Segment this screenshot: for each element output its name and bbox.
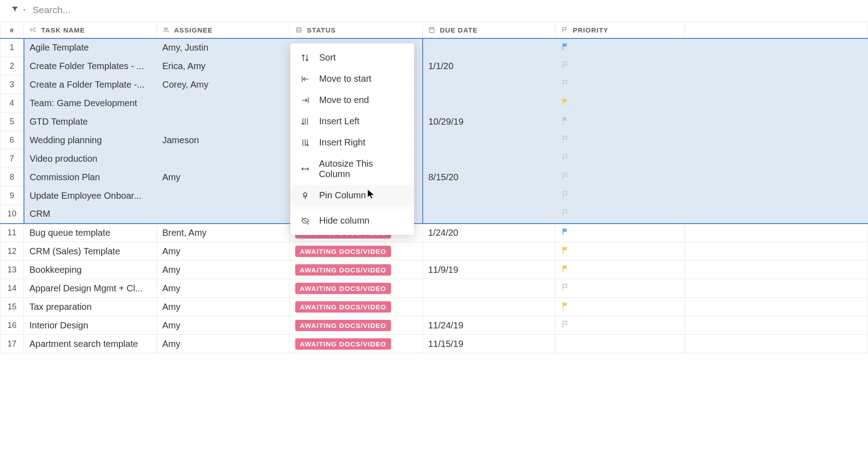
priority-cell[interactable] <box>556 112 685 131</box>
table-row[interactable]: 6Wedding planningJameson <box>0 131 868 150</box>
priority-cell[interactable] <box>556 242 685 261</box>
context-menu-item-move-end[interactable]: Move to end <box>290 89 414 111</box>
table-row[interactable]: 16Interior DesignAmyAWAITING DOCS/VIDEO1… <box>0 316 868 335</box>
context-menu-item-insert-left[interactable]: Insert Left <box>290 111 414 132</box>
assignee-cell[interactable]: Amy <box>157 316 290 335</box>
table-row[interactable]: 15Tax preparationAmyAWAITING DOCS/VIDEO <box>0 298 868 316</box>
assignee-cell[interactable]: Corey, Amy <box>157 75 290 94</box>
column-header-priority[interactable]: PRIORITY <box>556 22 685 38</box>
row-number[interactable]: 2 <box>0 57 24 75</box>
context-menu-item-hide[interactable]: Hide column <box>290 210 414 231</box>
assignee-cell[interactable] <box>157 150 290 168</box>
assignee-cell[interactable]: Amy <box>157 261 290 279</box>
task-name-cell[interactable]: GTD Template <box>24 112 157 131</box>
assignee-cell[interactable]: Amy <box>157 279 290 298</box>
task-name-cell[interactable]: Tax preparation <box>24 298 157 316</box>
assignee-cell[interactable]: Amy, Justin <box>157 38 290 57</box>
row-number[interactable]: 11 <box>0 224 24 242</box>
priority-cell[interactable] <box>556 261 685 279</box>
due-date-cell[interactable]: 1/24/20 <box>423 224 556 242</box>
assignee-cell[interactable]: Jameson <box>157 131 290 150</box>
priority-cell[interactable] <box>556 205 685 224</box>
assignee-cell[interactable] <box>157 205 290 224</box>
assignee-cell[interactable]: Amy <box>157 298 290 316</box>
priority-cell[interactable] <box>556 38 685 57</box>
priority-cell[interactable] <box>556 94 685 112</box>
row-number[interactable]: 8 <box>0 168 24 187</box>
due-date-cell[interactable] <box>423 131 556 150</box>
table-row[interactable]: 12CRM (Sales) TemplateAmyAWAITING DOCS/V… <box>0 242 868 261</box>
row-number[interactable]: 14 <box>0 279 24 298</box>
column-header-status[interactable]: STATUS <box>290 22 423 38</box>
row-number[interactable]: 13 <box>0 261 24 279</box>
assignee-cell[interactable] <box>157 94 290 112</box>
context-menu-item-pin[interactable]: Pin Column <box>290 185 414 206</box>
priority-cell[interactable] <box>556 279 685 298</box>
row-number[interactable]: 9 <box>0 187 24 205</box>
row-number[interactable]: 7 <box>0 150 24 168</box>
table-row[interactable]: 1Agile TemplateAmy, Justin <box>0 38 868 57</box>
status-cell[interactable]: AWAITING DOCS/VIDEO <box>290 298 423 316</box>
due-date-cell[interactable]: 11/24/19 <box>423 316 556 335</box>
table-row[interactable]: 13BookkeepingAmyAWAITING DOCS/VIDEO11/9/… <box>0 261 868 279</box>
table-row[interactable]: 10CRM <box>0 205 868 224</box>
due-date-cell[interactable]: 11/15/19 <box>423 335 556 353</box>
priority-cell[interactable] <box>556 75 685 94</box>
task-name-cell[interactable]: Commission Plan <box>24 168 157 187</box>
due-date-cell[interactable] <box>423 94 556 112</box>
due-date-cell[interactable] <box>423 279 556 298</box>
due-date-cell[interactable] <box>423 38 556 57</box>
priority-cell[interactable] <box>556 298 685 316</box>
column-header-number[interactable]: # <box>0 22 24 38</box>
priority-cell[interactable] <box>556 131 685 150</box>
table-row[interactable]: 17Apartment search templateAmyAWAITING D… <box>0 335 868 353</box>
table-row[interactable]: 3Create a Folder Template -...Corey, Amy <box>0 75 868 94</box>
assignee-cell[interactable] <box>157 187 290 205</box>
row-number[interactable]: 5 <box>0 112 24 131</box>
search-input[interactable] <box>33 5 861 15</box>
status-cell[interactable]: AWAITING DOCS/VIDEO <box>290 242 423 261</box>
priority-cell[interactable] <box>556 316 685 335</box>
task-name-cell[interactable]: CRM <box>24 205 157 224</box>
row-number[interactable]: 12 <box>0 242 24 261</box>
row-number[interactable]: 17 <box>0 335 24 353</box>
task-name-cell[interactable]: Wedding planning <box>24 131 157 150</box>
context-menu-item-autosize[interactable]: Autosize This Column <box>290 153 414 185</box>
context-menu-item-sort[interactable]: Sort <box>290 47 414 68</box>
filter-button[interactable] <box>11 5 27 15</box>
context-menu-item-move-start[interactable]: Move to start <box>290 68 414 89</box>
task-name-cell[interactable]: Agile Template <box>24 38 157 57</box>
priority-cell[interactable] <box>556 150 685 168</box>
task-name-cell[interactable]: Apartment search template <box>24 335 157 353</box>
column-header-task[interactable]: TASK NAME <box>24 22 157 38</box>
task-name-cell[interactable]: Bookkeeping <box>24 261 157 279</box>
due-date-cell[interactable] <box>423 298 556 316</box>
row-number[interactable]: 3 <box>0 75 24 94</box>
table-row[interactable]: 2Create Folder Templates - ...Erica, Amy… <box>0 57 868 75</box>
table-row[interactable]: 14Apparel Design Mgmt + Cl...AmyAWAITING… <box>0 279 868 298</box>
table-row[interactable]: 11Bug queue templateBrent, AmyAWAITING D… <box>0 224 868 242</box>
due-date-cell[interactable]: 8/15/20 <box>423 168 556 187</box>
task-name-cell[interactable]: CRM (Sales) Template <box>24 242 157 261</box>
row-number[interactable]: 16 <box>0 316 24 335</box>
table-row[interactable]: 9Update Employee Onboar... <box>0 187 868 205</box>
row-number[interactable]: 15 <box>0 298 24 316</box>
due-date-cell[interactable]: 1/1/20 <box>423 57 556 75</box>
due-date-cell[interactable] <box>423 150 556 168</box>
table-row[interactable]: 4Team: Game Development <box>0 94 868 112</box>
table-row[interactable]: 5GTD Template10/29/19 <box>0 112 868 131</box>
context-menu-item-insert-right[interactable]: Insert Right <box>290 132 414 153</box>
assignee-cell[interactable]: Brent, Amy <box>157 224 290 242</box>
priority-cell[interactable] <box>556 187 685 205</box>
assignee-cell[interactable]: Erica, Amy <box>157 57 290 75</box>
priority-cell[interactable] <box>556 57 685 75</box>
column-header-due[interactable]: DUE DATE <box>423 22 556 38</box>
status-cell[interactable]: AWAITING DOCS/VIDEO <box>290 335 423 353</box>
task-name-cell[interactable]: Apparel Design Mgmt + Cl... <box>24 279 157 298</box>
column-header-assignee[interactable]: ASSIGNEE <box>157 22 290 38</box>
task-name-cell[interactable]: Create a Folder Template -... <box>24 75 157 94</box>
due-date-cell[interactable] <box>423 187 556 205</box>
priority-cell[interactable] <box>556 224 685 242</box>
table-row[interactable]: 8Commission PlanAmy8/15/20 <box>0 168 868 187</box>
due-date-cell[interactable]: 10/29/19 <box>423 112 556 131</box>
